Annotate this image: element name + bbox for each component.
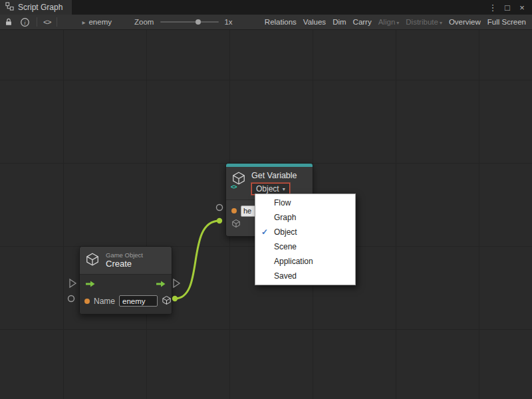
align-button[interactable]: Align▾ [375, 15, 403, 29]
code-badge: <> [231, 184, 237, 190]
maximize-icon[interactable]: □ [501, 3, 513, 13]
zoom-label: Zoom [134, 18, 154, 26]
create-body: Name [80, 274, 172, 314]
menu-item-graph[interactable]: Graph [255, 210, 355, 225]
more-menu-icon[interactable]: ⋮ [487, 3, 499, 13]
zoom-slider-handle[interactable] [196, 19, 201, 25]
script-graph-window: { "window": { "tab_title": "Script Graph… [0, 0, 532, 399]
zoom-slider[interactable] [160, 21, 219, 23]
values-button[interactable]: Values [300, 15, 329, 29]
code-view-toggle[interactable]: <> [43, 18, 51, 26]
node-game-object-create[interactable]: Game Object Create Name [79, 246, 172, 315]
menu-item-saved[interactable]: Saved [255, 269, 355, 283]
carry-button[interactable]: Carry [350, 15, 375, 29]
scope-selected-value: Object [256, 184, 279, 194]
menu-item-flow[interactable]: Flow [255, 196, 355, 210]
window-controls: ⋮ □ × [487, 3, 532, 13]
toolbar-buttons: Relations Values Dim Carry Align▾ Distri… [261, 15, 529, 29]
breadcrumb-label: enemy [88, 18, 112, 26]
check-icon: ✓ [255, 227, 274, 237]
overview-button[interactable]: Overview [446, 15, 484, 29]
gameobject-output-icon[interactable] [162, 295, 172, 307]
variable-scope-menu: Flow Graph ✓ Object Scene Application Sa… [255, 194, 356, 285]
menu-item-scene[interactable]: Scene [255, 239, 355, 254]
variable-cube-icon: <> [231, 171, 246, 188]
value-port-dot[interactable] [84, 299, 90, 304]
lock-icon[interactable] [3, 17, 15, 27]
close-icon[interactable]: × [516, 3, 528, 13]
flow-input-arrow-icon[interactable] [85, 280, 96, 290]
title-bar: Script Graph ⋮ □ × [0, 0, 532, 15]
toolbar-divider [37, 17, 37, 27]
chevron-down-icon: ▾ [283, 186, 285, 192]
toolbar-divider [57, 17, 57, 27]
gameobject-cube-icon [85, 252, 100, 269]
flow-ports-row [84, 278, 167, 295]
tab-script-graph[interactable]: Script Graph [0, 0, 72, 15]
flow-output-arrow-icon[interactable] [156, 280, 166, 290]
chevron-down-icon: ▾ [440, 20, 442, 26]
node-title: Get Variable [251, 171, 297, 180]
relations-button[interactable]: Relations [261, 15, 300, 29]
svg-text:i: i [24, 19, 26, 25]
tab-title: Script Graph [18, 3, 63, 12]
fullscreen-button[interactable]: Full Screen [484, 15, 529, 29]
graph-breadcrumb[interactable]: ▸ enemy [82, 18, 112, 26]
graph-toolbar: i <> ▸ enemy Zoom 1x Relations Values Di… [0, 15, 532, 30]
create-header: Game Object Create [80, 247, 172, 274]
menu-item-object[interactable]: ✓ Object [255, 225, 355, 239]
value-port-dot[interactable] [231, 208, 237, 213]
chevron-down-icon: ▾ [396, 20, 399, 26]
script-graph-icon [5, 2, 14, 13]
gameobject-port-icon[interactable] [231, 219, 241, 230]
name-input[interactable] [119, 295, 158, 307]
menu-item-application[interactable]: Application [255, 254, 355, 269]
dim-button[interactable]: Dim [329, 15, 349, 29]
node-title: Create [106, 259, 143, 269]
zoom-value: 1x [224, 18, 232, 26]
info-icon[interactable]: i [19, 17, 31, 27]
distribute-button[interactable]: Distribute▾ [402, 15, 446, 29]
name-field-label: Name [94, 297, 115, 306]
breadcrumb-arrow-icon: ▸ [82, 19, 85, 26]
name-field-row: Name [84, 295, 167, 308]
